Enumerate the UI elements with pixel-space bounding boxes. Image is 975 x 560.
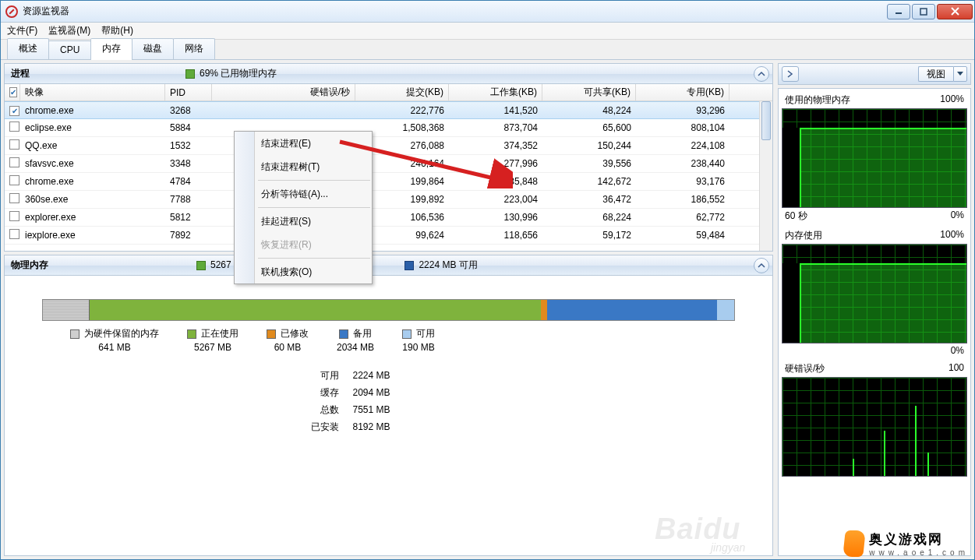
col-image[interactable]: 映像 [20, 84, 165, 100]
minimize-button[interactable] [887, 4, 910, 19]
stat-total-label: 总数 [295, 401, 339, 418]
cell-working: 374,352 [449, 139, 542, 153]
cell-hardfault [212, 126, 355, 129]
table-row[interactable]: explorer.exe5812106,536130,99668,22462,7… [5, 209, 772, 227]
table-header: ✔ 映像 PID 硬错误/秒 提交(KB) 工作集(KB) 可共享(KB) 专用… [5, 84, 772, 101]
maximize-button[interactable] [912, 4, 935, 19]
scrollbar-thumb[interactable] [761, 101, 771, 140]
tab-cpu[interactable]: CPU [48, 41, 91, 59]
row-checkbox[interactable] [9, 211, 19, 221]
physical-header[interactable]: 物理内存 5267 MB 正在使用 2224 MB 可用 [5, 255, 772, 276]
tab-network[interactable]: 网络 [173, 38, 215, 59]
chart-foot-right: 0% [951, 210, 964, 223]
chart-foot-left: 60 秒 [785, 210, 807, 223]
cell-shareable: 65,600 [542, 121, 636, 135]
col-hard-faults[interactable]: 硬错误/秒 [212, 84, 355, 100]
legend-modified-icon [267, 329, 276, 339]
view-button[interactable]: 视图 [918, 66, 953, 82]
collapse-button-2[interactable] [754, 258, 769, 273]
legend-modified-value: 60 MB [274, 342, 302, 353]
col-checkbox[interactable]: ✔ [5, 84, 20, 100]
available-indicator: 2224 MB 可用 [404, 259, 477, 272]
inuse-color-icon [196, 261, 206, 270]
table-row[interactable]: chrome.exe4784199,864235,848142,67293,17… [5, 173, 772, 191]
row-checkbox[interactable]: ✔ [9, 106, 19, 116]
cm-end-process[interactable]: 结束进程(E) [235, 132, 372, 155]
site-watermark: 奥义游戏网 www.aoe1.com [844, 530, 969, 557]
tab-disk[interactable]: 磁盘 [132, 38, 174, 59]
menu-help[interactable]: 帮助(H) [101, 24, 133, 37]
row-checkbox[interactable] [9, 229, 19, 239]
titlebar[interactable]: 资源监视器 [1, 1, 974, 23]
chart-canvas [782, 244, 967, 343]
col-pid[interactable]: PID [165, 84, 212, 100]
cell-working: 277,996 [449, 157, 542, 171]
processes-header[interactable]: 进程 69% 已用物理内存 [5, 64, 772, 84]
app-icon [5, 5, 18, 18]
tab-overview[interactable]: 概述 [7, 38, 49, 59]
col-shareable[interactable]: 可共享(KB) [542, 84, 636, 100]
window-title: 资源监视器 [23, 5, 69, 18]
legend-inuse-value: 5267 MB [194, 342, 231, 353]
close-button[interactable] [937, 4, 973, 19]
row-checkbox[interactable] [9, 157, 19, 167]
stat-installed-value: 8192 MB [353, 418, 390, 435]
cell-image: QQ.exe [20, 139, 165, 153]
col-private[interactable]: 专用(KB) [636, 84, 729, 100]
row-checkbox[interactable] [9, 175, 19, 185]
menu-monitor[interactable]: 监视器(M) [48, 24, 90, 37]
legend-inuse-icon [187, 329, 196, 339]
cm-suspend[interactable]: 挂起进程(S) [235, 210, 372, 233]
chart-max: 100% [940, 229, 964, 242]
vertical-scrollbar[interactable] [759, 101, 772, 251]
stat-installed-label: 已安装 [295, 418, 339, 435]
svg-rect-1 [920, 9, 927, 15]
table-row[interactable]: ✔chrome.exe3268222,776141,52048,22493,29… [5, 101, 772, 119]
cell-pid: 7892 [165, 228, 212, 242]
col-commit[interactable]: 提交(KB) [355, 84, 449, 100]
stat-available-label: 可用 [295, 367, 339, 384]
chart-title: 内存使用 [785, 229, 822, 242]
row-checkbox[interactable] [9, 139, 19, 150]
menubar: 文件(F) 监视器(M) 帮助(H) [1, 23, 974, 40]
stat-available-value: 2224 MB [353, 367, 390, 384]
cell-private: 62,772 [636, 210, 729, 224]
available-text: 2224 MB 可用 [419, 259, 477, 272]
cell-pid: 1532 [165, 139, 212, 153]
legend-standby-label: 备用 [353, 327, 372, 340]
header-checkbox[interactable]: ✔ [9, 87, 17, 97]
cell-pid: 4784 [165, 174, 212, 188]
table-row[interactable]: iexplore.exe789299,624118,65659,17259,48… [5, 227, 772, 245]
process-table: ✔ 映像 PID 硬错误/秒 提交(KB) 工作集(KB) 可共享(KB) 专用… [5, 84, 772, 251]
legend-free-icon [402, 329, 412, 339]
table-row[interactable]: sfavsvc.exe3348246,164277,99639,556238,4… [5, 155, 772, 173]
cell-private: 808,104 [636, 121, 729, 135]
cm-end-tree[interactable]: 结束进程树(T) [235, 155, 372, 178]
table-row[interactable]: 360se.exe7788199,892223,00436,472186,552 [5, 191, 772, 209]
row-checkbox[interactable] [9, 122, 19, 132]
cm-search-online[interactable]: 联机搜索(O) [235, 260, 372, 284]
usage-text: 69% 已用物理内存 [200, 67, 277, 80]
cell-shareable: 68,224 [542, 210, 636, 224]
legend-standby-icon [339, 329, 348, 339]
watermark-site: 奥义游戏网 [869, 530, 969, 548]
cell-shareable: 142,672 [542, 174, 636, 188]
menu-file[interactable]: 文件(F) [7, 24, 37, 37]
table-row[interactable]: QQ.exe1532276,088374,352150,244224,108 [5, 137, 772, 155]
memory-usage-indicator: 69% 已用物理内存 [185, 67, 277, 80]
collapse-button[interactable] [754, 66, 769, 82]
tab-memory[interactable]: 内存 [90, 38, 132, 60]
col-working[interactable]: 工作集(KB) [449, 84, 542, 100]
table-row[interactable]: eclipse.exe58841,508,368873,70465,600808… [5, 119, 772, 137]
cell-image: chrome.exe [20, 104, 165, 118]
cell-private: 93,176 [636, 174, 729, 188]
view-dropdown-button[interactable] [953, 66, 967, 82]
cell-shareable: 59,172 [542, 228, 636, 242]
nav-forward-button[interactable] [782, 66, 799, 82]
cell-image: 360se.exe [20, 192, 165, 206]
chart-canvas [782, 377, 967, 477]
cm-analyze-wait[interactable]: 分析等待链(A)... [235, 182, 372, 206]
legend-free-value: 190 MB [402, 342, 434, 353]
chart-canvas [782, 108, 967, 208]
row-checkbox[interactable] [9, 193, 19, 203]
